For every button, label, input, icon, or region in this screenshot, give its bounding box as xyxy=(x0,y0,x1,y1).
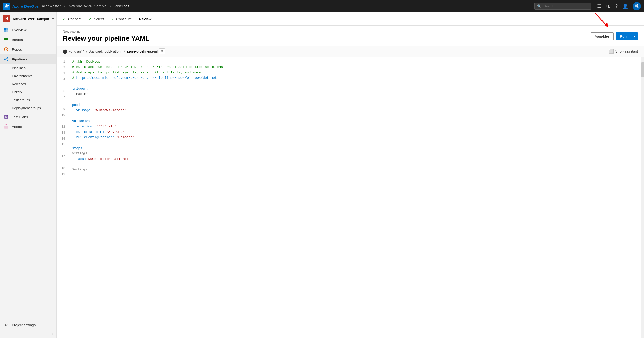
line-num-5 xyxy=(57,83,68,89)
sidebar-sub-releases[interactable]: Releases xyxy=(0,80,56,88)
run-button-label: Run xyxy=(616,32,631,40)
sidebar-sub-environments[interactable]: Environments xyxy=(0,72,56,80)
code-line-4: # https://docs.microsoft.com/azure/devop… xyxy=(72,75,641,81)
variables-button[interactable]: Variables xyxy=(591,32,613,40)
sidebar-sub-deployment-groups[interactable]: Deployment groups xyxy=(0,104,56,112)
wizard-step-select[interactable]: ✓ Select xyxy=(89,17,111,21)
sidebar-item-artifacts[interactable]: Artifacts xyxy=(0,122,56,132)
sidebar-item-overview[interactable]: Overview xyxy=(0,25,56,35)
sidebar-item-repos[interactable]: Repos xyxy=(0,45,56,54)
add-project-button[interactable]: + xyxy=(52,16,55,22)
project-crumb[interactable]: NetCore_WPF_Sample xyxy=(69,4,106,8)
collapse-sidebar-button[interactable]: « xyxy=(0,330,56,338)
run-dropdown-arrow[interactable]: ▾ xyxy=(631,33,638,40)
sidebar-item-test-plans[interactable]: Test Plans xyxy=(0,112,56,122)
help-icon[interactable]: ? xyxy=(615,4,618,9)
line-num-19s xyxy=(57,177,68,183)
code-content[interactable]: # .NET Desktop # Build and run tests for… xyxy=(68,57,641,338)
svg-rect-4 xyxy=(6,30,8,32)
page-label: New pipeline xyxy=(63,30,150,33)
project-header[interactable]: N NetCore_WPF_Sample + xyxy=(0,12,56,25)
filepath-repo[interactable]: Standard.Tool.Platform xyxy=(89,49,123,53)
section-crumb[interactable]: Pipelines xyxy=(115,4,129,8)
wizard-step-connect-label: Connect xyxy=(68,17,81,21)
wizard-step-review-label: Review xyxy=(139,17,151,21)
wizard-step-select-label: Select xyxy=(94,17,104,21)
wizard-bar: ✓ Connect ✓ Select ✓ Configure Review xyxy=(57,12,644,26)
code-line-11 xyxy=(72,113,641,118)
sidebar-sub-task-groups[interactable]: Task groups xyxy=(0,96,56,104)
github-icon: ⬤ xyxy=(63,49,67,54)
line-num-16 xyxy=(57,148,68,154)
line-num-12: 12 xyxy=(57,124,68,130)
user-avatar[interactable]: 乾 xyxy=(633,2,641,10)
sidebar-sub-library[interactable]: Library xyxy=(0,88,56,96)
svg-point-10 xyxy=(7,57,8,59)
sidebar-sub-pipelines[interactable]: Pipelines xyxy=(0,64,56,72)
wizard-step-configure[interactable]: ✓ Configure xyxy=(111,17,139,21)
select-check-icon: ✓ xyxy=(89,17,92,21)
code-line-13: solution: '**/*.sln' xyxy=(72,124,641,129)
code-editor[interactable]: 1 2 3 4 6 7 9 10 12 13 14 15 17 xyxy=(57,57,644,338)
sidebar-label-artifacts: Artifacts xyxy=(12,125,24,129)
code-line-14: buildPlatform: 'Any CPU' xyxy=(72,129,641,135)
search-input[interactable] xyxy=(544,4,588,8)
project-name: NetCore_WPF_Sample xyxy=(13,17,49,21)
copy-path-button[interactable]: ⧉ xyxy=(159,48,165,54)
editor-toolbar: ⬤ yunqian44 / Standard.Tool.Platform / a… xyxy=(57,46,644,57)
collapse-icon: « xyxy=(51,332,53,336)
notifications-icon[interactable]: ☰ xyxy=(597,3,601,9)
wizard-step-review[interactable]: Review xyxy=(139,17,159,21)
wizard-step-configure-label: Configure xyxy=(116,17,132,21)
project-avatar: N xyxy=(3,15,10,22)
overview-icon xyxy=(4,27,9,32)
test-plans-icon xyxy=(4,114,9,119)
line-num-7: 7 xyxy=(57,94,68,100)
settings-icon[interactable]: 👤 xyxy=(622,3,628,9)
brand-name[interactable]: Azure DevOps xyxy=(12,4,39,8)
svg-rect-2 xyxy=(6,28,8,30)
line-num-17s xyxy=(57,160,68,166)
line-num-6: 6 xyxy=(57,89,68,94)
basket-icon[interactable]: 🛍 xyxy=(606,4,611,9)
sidebar-label-repos: Repos xyxy=(12,48,22,51)
code-line-9: pool: xyxy=(72,102,641,108)
code-line-18: - task: NuGetToolInstaller@1 xyxy=(72,156,641,162)
org-name[interactable]: allenMaster xyxy=(42,4,61,8)
sidebar-item-project-settings[interactable]: ⚙ Project settings xyxy=(0,320,56,330)
line-num-17: 17 xyxy=(57,154,68,160)
svg-rect-6 xyxy=(4,39,8,40)
breadcrumb-sep-2: / xyxy=(110,4,111,8)
svg-point-11 xyxy=(7,60,8,61)
line-num-4: 4 xyxy=(57,77,68,83)
sidebar-label-overview: Overview xyxy=(12,28,26,32)
sidebar-item-pipelines[interactable]: Pipelines xyxy=(0,54,56,64)
svg-rect-5 xyxy=(4,38,8,39)
page-header-left: New pipeline Review your pipeline YAML xyxy=(63,30,150,42)
boards-icon xyxy=(4,37,9,42)
show-assistant-button[interactable]: ⬜ Show assistant xyxy=(609,49,638,54)
search-box[interactable]: 🔍 xyxy=(534,3,591,10)
code-line-3: # Add steps that publish symbols, save b… xyxy=(72,70,641,75)
pipelines-icon xyxy=(4,57,9,62)
page-header: New pipeline Review your pipeline YAML V… xyxy=(57,26,644,46)
line-num-13: 13 xyxy=(57,130,68,136)
sidebar-label-pipelines: Pipelines xyxy=(12,57,27,61)
sidebar-label-deployment-groups: Deployment groups xyxy=(12,106,41,110)
filepath-org[interactable]: yunqian44 xyxy=(69,49,84,53)
editor-scrollbar[interactable] xyxy=(641,57,644,338)
azure-devops-logo[interactable] xyxy=(3,3,10,10)
svg-rect-1 xyxy=(4,28,6,30)
sidebar-item-boards[interactable]: Boards xyxy=(0,35,56,45)
line-num-1: 1 xyxy=(57,59,68,65)
run-button-group[interactable]: Run ▾ xyxy=(616,32,638,40)
sidebar-label-project-settings: Project settings xyxy=(12,323,36,327)
line-num-15: 15 xyxy=(57,142,68,148)
line-num-9: 9 xyxy=(57,106,68,112)
active-step-underline xyxy=(139,21,151,21)
wizard-step-connect[interactable]: ✓ Connect xyxy=(63,17,89,21)
sidebar-label-test-plans: Test Plans xyxy=(12,115,28,119)
top-navigation: Azure DevOps allenMaster / NetCore_WPF_S… xyxy=(0,0,644,12)
body-wrap: N NetCore_WPF_Sample + Overview Boards R… xyxy=(0,12,644,338)
sidebar-label-task-groups: Task groups xyxy=(12,98,30,102)
